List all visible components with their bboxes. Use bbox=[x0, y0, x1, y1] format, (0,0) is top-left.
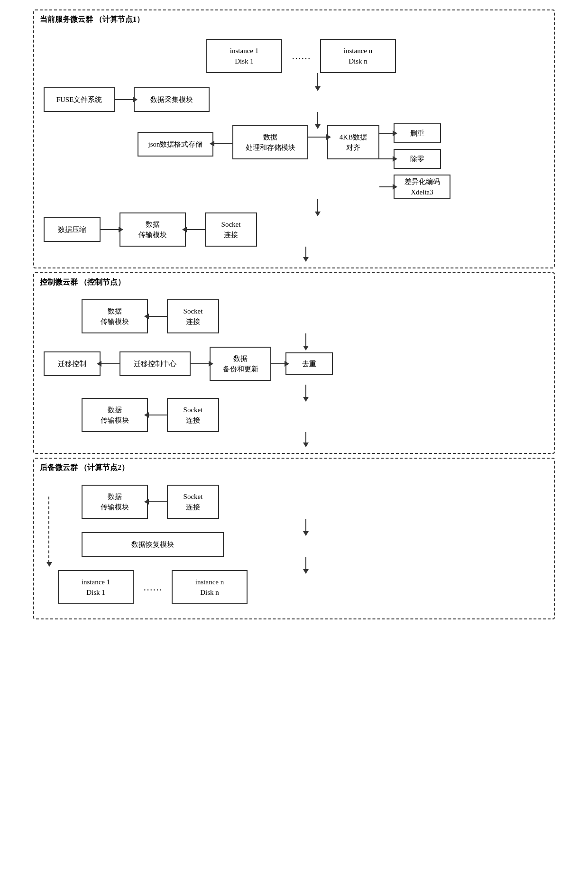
socket-box: Socket 连接 bbox=[205, 212, 257, 247]
arrow-to-diff-encode bbox=[379, 186, 394, 187]
dashed-migration-line bbox=[48, 497, 49, 563]
arrow-socket2-to-transfer2 bbox=[148, 316, 167, 317]
socket3-box: Socket 连接 bbox=[167, 398, 219, 432]
ellipsis-top: …… bbox=[292, 51, 311, 62]
row-process: json数据格式存储 数据 处理和存储模块 4KB数据 对齐 删重 bbox=[44, 125, 544, 199]
arrow-socket4-to-transfer4 bbox=[148, 501, 167, 502]
socket4-box: Socket 连接 bbox=[167, 485, 219, 519]
process-store-box: 数据 处理和存储模块 bbox=[232, 125, 308, 159]
instances-bottom-row: instance 1 Disk 1 …… instance n Disk n bbox=[44, 570, 544, 604]
region-current-service: 当前服务微云群 （计算节点1） instance 1 Disk 1 …… ins… bbox=[33, 9, 555, 268]
migration-ctrl-box: 迁移控制 bbox=[44, 351, 101, 376]
main-diagram: 当前服务微云群 （计算节点1） instance 1 Disk 1 …… ins… bbox=[33, 9, 555, 624]
recovery-box: 数据恢复模块 bbox=[82, 532, 224, 557]
arrow-socket-to-transfer1 bbox=[186, 229, 205, 230]
migration-center-box: 迁移控制中心 bbox=[119, 351, 191, 376]
instance1-box: instance 1 Disk 1 bbox=[206, 39, 282, 73]
row-migration-center: 迁移控制 迁移控制中心 数据 备份和更新 去重 bbox=[44, 347, 544, 381]
transfer2-box: 数据 传输模块 bbox=[82, 299, 148, 333]
region1-label: 当前服务微云群 （计算节点1） bbox=[40, 14, 144, 25]
region3-label: 后备微云群 （计算节点2） bbox=[40, 462, 129, 473]
compress-box: 数据压缩 bbox=[44, 217, 101, 242]
instance1-bottom-box: instance 1 Disk 1 bbox=[58, 570, 134, 604]
arrow-fuse-to-collection bbox=[115, 99, 134, 100]
row-transfer: 数据压缩 数据 传输模块 Socket 连接 bbox=[44, 212, 544, 247]
instancen-bottom-box: instance n Disk n bbox=[172, 570, 248, 604]
region2-label: 控制微云群 （控制节点） bbox=[40, 277, 125, 287]
arrow-compress-to-transfer bbox=[101, 229, 119, 230]
socket2-box: Socket 连接 bbox=[167, 299, 219, 333]
row-recovery: 数据恢复模块 bbox=[44, 532, 544, 557]
arrow-backup-to-dedup2 bbox=[271, 363, 285, 364]
arrow-center-to-backup bbox=[191, 363, 210, 364]
region-control: 控制微云群 （控制节点） 数据 传输模块 Socket 连接 迁移控制 迁移控制… bbox=[33, 272, 555, 454]
diff-encode-box: 差异化编码 Xdelta3 bbox=[394, 175, 450, 199]
ellipsis-bottom: …… bbox=[143, 582, 162, 593]
arrow-to-dedup bbox=[379, 133, 394, 134]
backup-update-box: 数据 备份和更新 bbox=[210, 347, 271, 381]
transfer3-box: 数据 传输模块 bbox=[82, 398, 148, 432]
transfer4-box: 数据 传输模块 bbox=[82, 485, 148, 519]
arrow-center-to-ctrl bbox=[101, 363, 119, 364]
arrow-instances-down bbox=[67, 73, 568, 92]
arrow-process-to-4kb bbox=[308, 137, 327, 138]
align4kb-box: 4KB数据 对齐 bbox=[327, 125, 379, 159]
arrow-transfer3-down bbox=[67, 432, 544, 443]
dedup2-box: 去重 bbox=[285, 352, 333, 375]
arrow-socket3-to-transfer3 bbox=[148, 415, 167, 415]
instances-top-row: instance 1 Disk 1 …… instance n Disk n bbox=[44, 39, 544, 73]
arrow-process-to-json bbox=[213, 143, 232, 144]
transfer-box: 数据 传输模块 bbox=[119, 212, 186, 247]
row-transfer4: 数据 传输模块 Socket 连接 bbox=[44, 485, 544, 519]
arrow-to-remove-zero bbox=[379, 158, 394, 159]
remove-zero-box: 除零 bbox=[394, 149, 441, 169]
dedup-box: 删重 bbox=[394, 123, 441, 143]
region-backup-service: 后备微云群 （计算节点2） 数据 传输模块 Socket 连接 数据恢复模块 bbox=[33, 458, 555, 619]
instancen-box: instance n Disk n bbox=[320, 39, 396, 73]
row-transfer2: 数据 传输模块 Socket 连接 bbox=[44, 299, 544, 333]
arrow-transfer1-down bbox=[67, 247, 544, 258]
json-storage-box: json数据格式存储 bbox=[138, 132, 213, 157]
row-transfer3: 数据 传输模块 Socket 连接 bbox=[44, 398, 544, 432]
